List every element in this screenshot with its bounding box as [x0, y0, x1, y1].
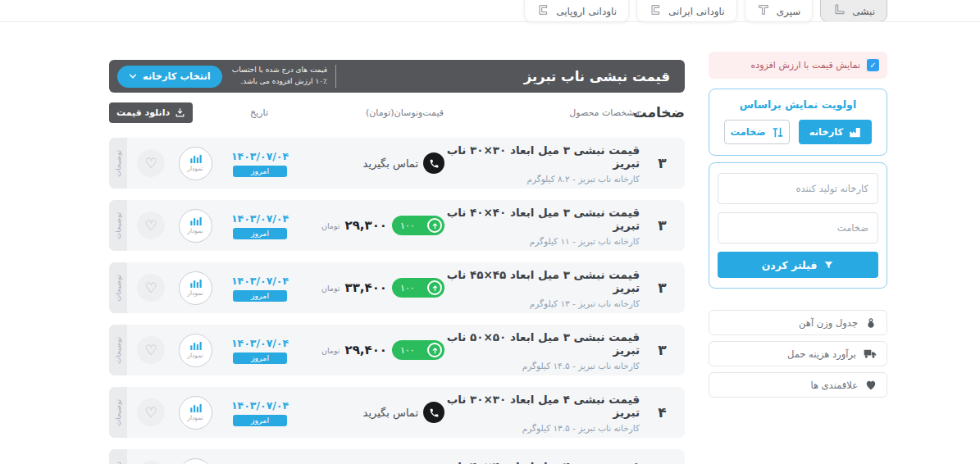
details-side-tab[interactable]: توضیحات — [109, 200, 127, 251]
thickness-filter-input[interactable] — [718, 212, 878, 243]
price-value: ۲۹,۴۰۰ — [345, 343, 387, 357]
call-label[interactable]: تماس بگیرید — [363, 407, 418, 419]
tab-separi[interactable]: سپری — [745, 0, 814, 22]
arrow-up-circle-icon — [427, 218, 442, 233]
vat-checkbox[interactable]: ✓ — [867, 59, 879, 71]
vat-note: قیمت های درج شده با احتساب ۱۰٪ ارزش افزو… — [232, 65, 336, 88]
toman-label: تومان — [321, 284, 340, 293]
table-column-headers: ضخامت مشخصات محصول قیمت‌ونوسان(تومان) تا… — [109, 98, 685, 127]
chevron-down-icon — [129, 72, 137, 80]
display-priority-card: اولویت نمایش براساس کارخانه ضخامت — [709, 89, 887, 156]
price-table-section: قیمت نبشی ناب تبریز قیمت های درج شده با … — [109, 60, 685, 464]
chart-button[interactable]: نمودار — [179, 271, 212, 305]
arrow-up-circle-icon — [427, 343, 442, 357]
vat-toggle-row: ✓ نمایش قیمت با ارزش افزوده — [709, 52, 887, 79]
tab-navdani-oropayi[interactable]: ناودانی اروپایی — [524, 0, 629, 22]
bar-chart-icon — [189, 216, 202, 226]
change-value: ۱۰۰ — [400, 345, 415, 356]
change-value: ۱۰۰ — [400, 221, 415, 231]
tab-nabshi[interactable]: نبشی — [820, 0, 887, 22]
details-side-tab[interactable]: توضیحات — [109, 449, 127, 464]
weight-table-link[interactable]: جدول وزن آهن — [709, 310, 887, 335]
chart-button[interactable]: نمودار — [179, 147, 212, 180]
chart-button[interactable]: نمودار — [179, 334, 212, 367]
details-side-tab[interactable]: توضیحات — [109, 262, 127, 313]
funnel-icon — [823, 260, 834, 271]
priority-title: اولویت نمایش براساس — [718, 98, 878, 111]
product-subtitle: کارخانه ناب تبریز - ۱۴.۵ کیلوگرم — [444, 361, 640, 371]
select-factory-button[interactable]: انتخاب کارخانه — [117, 66, 222, 88]
tab-label: ناودانی ایرانی — [668, 6, 725, 17]
table-row: ۴ قیمت نبشی ۴ میل ابعاد ۴۰×۴۰ ناب تبریز … — [109, 449, 685, 464]
price-change-badge: ۱۰۰ — [392, 340, 444, 360]
chart-button[interactable] — [179, 458, 212, 464]
favorite-button[interactable]: ♡ — [137, 336, 165, 364]
profile-type-tabs: نبشی سپری ناودانی ایرانی ناودانی اروپایی — [524, 0, 887, 22]
product-title[interactable]: قیمت نبشی ۳ میل ابعاد ۳۰×۳۰ ناب تبریز — [444, 143, 640, 170]
col-product: مشخصات محصول — [444, 107, 640, 118]
product-subtitle: کارخانه ناب تبریز - ۱۱ کیلوگرم — [444, 236, 640, 246]
today-badge: امروز — [233, 228, 287, 239]
thickness-value: ۳ — [640, 342, 685, 358]
tee-profile-icon — [757, 3, 770, 16]
factory-filter-input[interactable] — [718, 173, 878, 204]
toman-label: تومان — [321, 346, 340, 355]
favorite-button[interactable]: ♡ — [137, 212, 165, 239]
date-value: ۱۴۰۳/۰۷/۰۴ — [231, 337, 289, 349]
heart-filled-icon — [865, 380, 877, 390]
thickness-value: ۴ — [640, 404, 685, 421]
shipping-cost-link[interactable]: برآورد هزینه حمل — [709, 341, 887, 366]
priority-factory-button[interactable]: کارخانه — [799, 120, 872, 144]
product-title[interactable]: قیمت نبشی ۳ میل ابعاد ۴۰×۴۰ ناب تبریز — [444, 206, 640, 232]
favorite-button[interactable] — [137, 461, 165, 464]
heart-icon: ♡ — [144, 219, 157, 233]
table-row: ۳ قیمت نبشی ۳ میل ابعاد ۴۵×۴۵ ناب تبریز … — [109, 262, 685, 313]
phone-icon — [423, 402, 444, 423]
priority-thickness-button[interactable]: ضخامت — [724, 120, 790, 144]
vat-label: نمایش قیمت با ارزش افزوده — [751, 60, 860, 71]
product-title[interactable]: قیمت نبشی ۴ میل ابعاد ۴۰×۴۰ ناب تبریز — [444, 460, 640, 464]
favorite-button[interactable]: ♡ — [137, 398, 165, 426]
tab-label: سپری — [777, 6, 801, 17]
phone-icon — [423, 152, 444, 174]
date-value: ۱۴۰۳/۰۷/۰۴ — [231, 212, 289, 225]
product-subtitle: کارخانه ناب تبریز - ۱۳.۵ کیلوگرم — [444, 423, 640, 433]
details-side-tab[interactable]: توضیحات — [109, 325, 127, 375]
table-row: ۳ قیمت نبشی ۳ میل ابعاد ۴۰×۴۰ ناب تبریز … — [109, 200, 685, 251]
bar-chart-icon — [189, 341, 202, 351]
favorite-button[interactable]: ♡ — [137, 274, 165, 302]
download-price-button[interactable]: دانلود قیمت — [109, 102, 193, 123]
heart-icon: ♡ — [144, 406, 157, 420]
chart-button[interactable]: نمودار — [179, 209, 212, 243]
price-rows: ۳ قیمت نبشی ۳ میل ابعاد ۳۰×۳۰ ناب تبریز … — [109, 138, 685, 464]
chart-button[interactable]: نمودار — [179, 396, 212, 430]
price-value: ۳۳,۴۰۰ — [345, 280, 387, 295]
col-date: تاریخ — [218, 107, 300, 118]
product-title[interactable]: قیمت نبشی ۴ میل ابعاد ۳۰×۳۰ ناب تبریز — [444, 393, 640, 419]
weight-icon — [865, 317, 877, 329]
today-badge: امروز — [233, 415, 287, 426]
details-side-tab[interactable]: توضیحات — [109, 387, 127, 438]
price-value: ۲۹,۳۰۰ — [345, 218, 387, 233]
tab-label: ناودانی اروپایی — [556, 6, 617, 17]
filter-button[interactable]: فیلتر کردن — [718, 252, 878, 278]
heart-icon: ♡ — [144, 157, 157, 171]
sort-swap-icon — [772, 126, 784, 139]
date-value: ۱۴۰۳/۰۷/۰۴ — [231, 275, 289, 287]
favorite-button[interactable]: ♡ — [137, 149, 165, 177]
details-side-tab[interactable]: توضیحات — [109, 138, 127, 189]
today-badge: امروز — [233, 290, 287, 302]
bar-chart-icon — [189, 279, 202, 289]
product-title[interactable]: قیمت نبشی ۳ میل ابعاد ۴۵×۴۵ ناب تبریز — [444, 268, 640, 294]
product-subtitle: کارخانه ناب تبریز - ۱۳ کیلوگرم — [444, 298, 640, 308]
thickness-value: ۳ — [640, 155, 685, 171]
filter-card: فیلتر کردن — [709, 162, 887, 289]
product-title[interactable]: قیمت نبشی ۳ میل ابعاد ۵۰×۵۰ ناب تبریز — [444, 330, 640, 357]
tab-navdani-irani[interactable]: ناودانی ایرانی — [636, 0, 737, 22]
favorites-link[interactable]: علاقمندی ها — [709, 372, 887, 398]
heart-icon: ♡ — [144, 281, 157, 295]
angle-profile-icon — [832, 3, 846, 16]
call-label[interactable]: تماس بگیرید — [363, 157, 418, 170]
price-change-badge: ۱۰۰ — [392, 278, 444, 298]
page-title: قیمت نبشی ناب تبریز — [524, 69, 670, 84]
